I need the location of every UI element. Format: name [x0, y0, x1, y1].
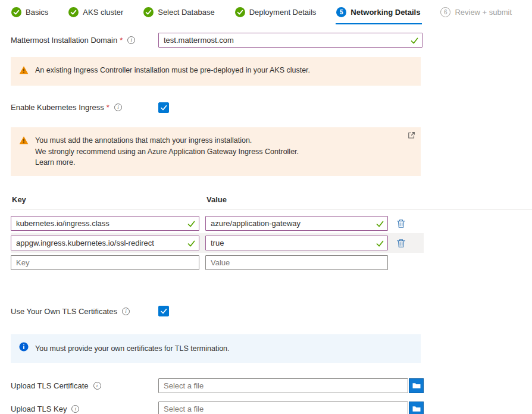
step-number-icon: 5: [336, 7, 346, 17]
annotation-value-input[interactable]: [205, 236, 388, 250]
info-icon[interactable]: [114, 104, 122, 111]
required-marker: *: [120, 36, 123, 45]
valid-check-icon: [376, 240, 384, 247]
tab-networking-details[interactable]: 5 Networking Details: [336, 4, 422, 24]
warning-line-1: You must add the annotations that match …: [35, 136, 252, 145]
valid-check-icon: [187, 240, 195, 247]
step-number-icon: 6: [440, 7, 450, 17]
tab-basics[interactable]: Basics: [11, 4, 50, 24]
annotation-key-input[interactable]: [11, 255, 199, 270]
domain-input[interactable]: [158, 33, 423, 48]
annotations-warning-text: You must add the annotations that match …: [35, 135, 299, 168]
delete-row-button[interactable]: [394, 217, 408, 231]
info-circle-icon: [19, 342, 29, 355]
folder-icon: [412, 404, 421, 413]
trash-icon: [396, 219, 406, 228]
step-complete-icon: [143, 7, 154, 17]
enable-ingress-checkbox[interactable]: [158, 102, 169, 113]
warning-icon: [19, 136, 29, 168]
own-tls-checkbox[interactable]: [158, 306, 169, 316]
form-row-upload-cert: Upload TLS Certificate: [11, 378, 532, 393]
annotations-warning-banner: You must add the annotations that match …: [11, 127, 421, 176]
table-row: [11, 233, 424, 253]
annotations-table: Key Value: [11, 192, 532, 272]
form-row-upload-key: Upload TLS Key: [11, 402, 532, 414]
info-icon[interactable]: [122, 308, 130, 315]
trash-icon: [396, 239, 406, 248]
tls-info-banner: You must provide your own certificates f…: [11, 334, 421, 363]
valid-check-icon: [411, 37, 418, 44]
ingress-warning-text: An existing Ingress Controller installat…: [35, 65, 310, 78]
external-link-icon[interactable]: [408, 131, 415, 143]
tab-aks-cluster[interactable]: AKS cluster: [68, 4, 125, 24]
upload-cert-label: Upload TLS Certificate: [11, 381, 89, 390]
form-row-own-tls: Use Your Own TLS Certificates: [11, 306, 532, 316]
tab-label: Networking Details: [351, 8, 420, 17]
domain-label: Mattermost Installation Domain: [11, 36, 117, 45]
upload-cert-input[interactable]: [158, 378, 408, 393]
form-row-enable-ingress: Enable Kubernetes Ingress*: [11, 102, 532, 113]
info-icon[interactable]: [71, 405, 79, 413]
required-marker: *: [107, 103, 109, 112]
form-row-domain: Mattermost Installation Domain*: [11, 33, 532, 48]
tab-label: Review + submit: [455, 8, 512, 17]
warning-line-2: We strongly recommend using an Azure App…: [35, 148, 299, 156]
annotations-table-header: Key Value: [11, 192, 532, 210]
info-icon[interactable]: [127, 36, 135, 44]
upload-key-label: Upload TLS Key: [11, 404, 67, 413]
delete-row-button[interactable]: [394, 236, 408, 250]
tab-label: Deployment Details: [249, 8, 317, 17]
value-column-header: Value: [206, 195, 389, 204]
tab-label: Basics: [26, 8, 48, 17]
annotation-value-input[interactable]: [205, 216, 388, 231]
upload-key-input[interactable]: [158, 402, 408, 414]
tab-label: Select Database: [158, 8, 214, 17]
enable-ingress-label: Enable Kubernetes Ingress: [11, 103, 104, 112]
checkbox-check-icon: [160, 308, 167, 315]
step-complete-icon: [11, 7, 21, 17]
learn-more-link[interactable]: Learn more.: [35, 158, 75, 167]
warning-icon: [19, 65, 29, 78]
key-column-header: Key: [12, 195, 206, 204]
annotation-key-input[interactable]: [11, 216, 199, 231]
valid-check-icon: [376, 220, 384, 227]
tls-info-text: You must provide your own certificates f…: [35, 343, 230, 355]
table-row-empty: [11, 253, 424, 272]
tab-review-submit[interactable]: 6 Review + submit: [440, 4, 514, 24]
browse-file-button[interactable]: [409, 378, 424, 393]
valid-check-icon: [187, 220, 195, 227]
checkbox-check-icon: [160, 104, 167, 111]
wizard-step-tabs: Basics AKS cluster Select Database Deplo…: [0, 0, 532, 24]
info-icon[interactable]: [93, 382, 101, 390]
step-complete-icon: [235, 7, 245, 17]
annotation-value-input[interactable]: [205, 255, 388, 270]
browse-file-button[interactable]: [409, 402, 424, 414]
tab-deployment-details[interactable]: Deployment Details: [234, 4, 318, 24]
own-tls-label: Use Your Own TLS Certificates: [11, 307, 117, 316]
folder-icon: [412, 381, 421, 390]
ingress-warning-banner: An existing Ingress Controller installat…: [11, 57, 421, 86]
tab-select-database[interactable]: Select Database: [143, 4, 216, 24]
step-complete-icon: [68, 7, 79, 17]
tab-label: AKS cluster: [83, 8, 123, 17]
table-row: [11, 214, 424, 233]
annotation-key-input[interactable]: [11, 236, 199, 250]
